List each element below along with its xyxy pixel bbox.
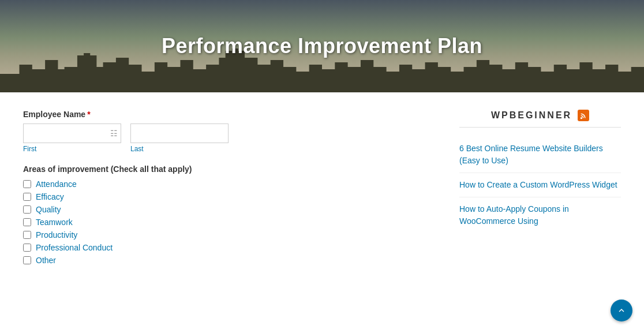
list-item: Efficacy [23, 192, 436, 201]
first-label: First [23, 145, 121, 153]
list-item: Other [23, 256, 436, 265]
checkbox-list: AttendanceEfficacyQualityTeamworkProduct… [23, 179, 436, 265]
checkbox-efficacy[interactable] [23, 193, 31, 201]
employee-name-label: Employee Name* [23, 110, 436, 119]
list-item: Attendance [23, 179, 436, 189]
checkbox-label-efficacy[interactable]: Efficacy [36, 192, 64, 201]
sidebar-link-1[interactable]: How to Create a Custom WordPress Widget [459, 180, 617, 189]
wpbeginner-title: WPBEGINNER [491, 110, 572, 121]
checkbox-label-teamwork[interactable]: Teamwork [36, 218, 73, 227]
first-name-input[interactable] [23, 124, 121, 143]
rss-icon[interactable] [578, 110, 589, 121]
first-name-input-container: ☷ [23, 124, 121, 143]
last-label: Last [130, 145, 229, 153]
list-item: Quality [23, 205, 436, 214]
sidebar-links-list: 6 Best Online Resume Website Builders (E… [459, 137, 621, 233]
checkbox-attendance[interactable] [23, 180, 31, 188]
page-title: Performance Improvement Plan [162, 34, 482, 58]
last-name-input[interactable] [130, 124, 229, 143]
sidebar: WPBEGINNER 6 Best Online Resume Website … [459, 110, 621, 268]
checkbox-label-professional_conduct[interactable]: Professional Conduct [36, 243, 113, 252]
checkbox-label-productivity[interactable]: Productivity [36, 230, 77, 240]
checkbox-professional_conduct[interactable] [23, 244, 31, 252]
checkbox-quality[interactable] [23, 205, 31, 214]
checkbox-teamwork[interactable] [23, 218, 31, 226]
sidebar-link-0[interactable]: 6 Best Online Resume Website Builders (E… [459, 144, 603, 165]
checkbox-label-quality[interactable]: Quality [36, 205, 61, 214]
main-container: Employee Name* ☷ First Last Areas of imp… [0, 92, 644, 286]
svg-point-0 [580, 117, 582, 118]
name-fields-row: ☷ First Last [23, 124, 436, 153]
list-item: Professional Conduct [23, 243, 436, 252]
last-name-field-wrap: Last [130, 124, 229, 153]
list-item: Teamwork [23, 218, 436, 227]
form-section: Employee Name* ☷ First Last Areas of imp… [23, 110, 436, 268]
sidebar-link-item: How to Auto-Apply Coupons in WooCommerce… [459, 197, 621, 233]
list-item: Productivity [23, 230, 436, 240]
checkbox-other[interactable] [23, 256, 31, 264]
first-name-field-wrap: ☷ First [23, 124, 121, 153]
sidebar-link-2[interactable]: How to Auto-Apply Coupons in WooCommerce… [459, 204, 569, 226]
areas-of-improvement-label: Areas of improvement (Check all that app… [23, 164, 436, 174]
checkbox-label-other[interactable]: Other [36, 256, 56, 265]
checkbox-productivity[interactable] [23, 231, 31, 239]
checkbox-label-attendance[interactable]: Attendance [36, 179, 77, 189]
wpbeginner-header: WPBEGINNER [459, 110, 621, 128]
sidebar-link-item: How to Create a Custom WordPress Widget [459, 173, 621, 197]
hero-banner: Performance Improvement Plan [0, 0, 644, 92]
sidebar-link-item: 6 Best Online Resume Website Builders (E… [459, 137, 621, 173]
required-marker: * [87, 110, 90, 119]
